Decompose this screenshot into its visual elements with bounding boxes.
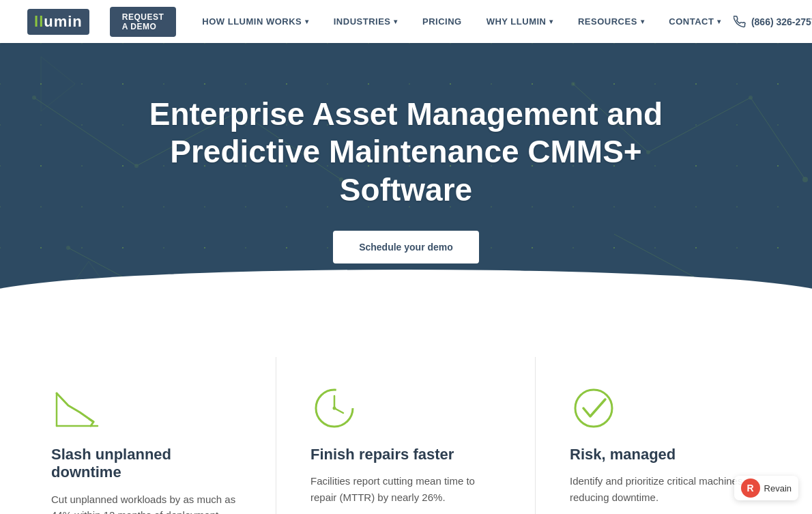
feature-title-risk: Risk, managed: [570, 446, 676, 463]
clock-icon: [310, 384, 358, 432]
revain-badge[interactable]: R Revain: [734, 476, 798, 500]
feature-title-downtime: Slash unplanned downtime: [51, 446, 242, 482]
chevron-down-icon: ▾: [641, 18, 645, 25]
feature-card-downtime: Slash unplanned downtime Cut unplanned w…: [17, 357, 276, 514]
chevron-down-icon: ▾: [717, 18, 721, 25]
navbar: llumin REQUEST A DEMO HOW LLUMIN WORKS ▾…: [0, 0, 812, 43]
svg-point-27: [575, 390, 612, 427]
feature-desc-risk: Identify and prioritize critical machine…: [570, 473, 761, 505]
nav-label-how-llumin-works: HOW LLUMIN WORKS: [202, 16, 302, 27]
phone-number[interactable]: (866) 326-2757: [734, 16, 812, 28]
svg-point-15: [571, 82, 575, 86]
phone-number-text: (866) 326-2757: [751, 16, 812, 27]
phone-icon: [734, 16, 746, 28]
feature-card-repairs: Finish repairs faster Facilities report …: [276, 357, 536, 514]
svg-point-17: [749, 96, 753, 100]
nav-label-pricing: PRICING: [422, 16, 462, 27]
nav-item-resources[interactable]: RESOURCES ▾: [566, 0, 656, 43]
features-section: Slash unplanned downtime Cut unplanned w…: [0, 337, 812, 514]
checkmark-icon: [570, 384, 618, 432]
nav-label-contact: CONTACT: [669, 16, 714, 27]
schedule-demo-button[interactable]: Schedule your demo: [333, 231, 479, 263]
downtime-icon: [51, 384, 106, 432]
svg-point-12: [32, 96, 36, 100]
revain-label: Revain: [764, 483, 792, 494]
svg-marker-11: [41, 57, 75, 111]
nav-item-industries[interactable]: INDUSTRIES ▾: [321, 0, 410, 43]
hero-section: Enterprise Asset Management and Predicti…: [0, 43, 812, 337]
nav-label-resources: RESOURCES: [578, 16, 637, 27]
nav-item-pricing[interactable]: PRICING: [410, 0, 474, 43]
svg-point-13: [134, 164, 139, 168]
feature-desc-repairs: Facilities report cutting mean time to r…: [310, 473, 501, 505]
svg-point-19: [66, 246, 70, 250]
nav-label-industries: INDUSTRIES: [334, 16, 391, 27]
logo[interactable]: llumin: [27, 9, 89, 35]
chevron-down-icon: ▾: [549, 18, 553, 25]
nav-links: HOW LLUMIN WORKS ▾ INDUSTRIES ▾ PRICING …: [190, 0, 734, 43]
feature-title-repairs: Finish repairs faster: [310, 446, 454, 463]
svg-marker-10: [55, 261, 123, 309]
revain-logo-icon: R: [741, 479, 760, 498]
nav-item-contact[interactable]: CONTACT ▾: [656, 0, 734, 43]
svg-line-9: [614, 234, 716, 289]
hero-title: Enterprise Asset Management and Predicti…: [140, 96, 672, 209]
nav-item-why-llumin[interactable]: WHY LLUMIN ▾: [474, 0, 566, 43]
logo-text: llumin: [27, 9, 89, 35]
svg-line-7: [751, 98, 805, 180]
svg-point-18: [802, 177, 808, 182]
request-demo-button[interactable]: REQUEST A DEMO: [110, 7, 177, 37]
chevron-down-icon: ▾: [394, 18, 398, 25]
svg-point-26: [333, 407, 336, 410]
nav-label-why-llumin: WHY LLUMIN: [487, 16, 547, 27]
svg-line-8: [68, 248, 171, 302]
feature-desc-downtime: Cut unplanned workloads by as much as 44…: [51, 491, 242, 514]
svg-line-2: [34, 98, 136, 166]
chevron-down-icon: ▾: [305, 18, 309, 25]
nav-item-how-llumin-works[interactable]: HOW LLUMIN WORKS ▾: [190, 0, 321, 43]
